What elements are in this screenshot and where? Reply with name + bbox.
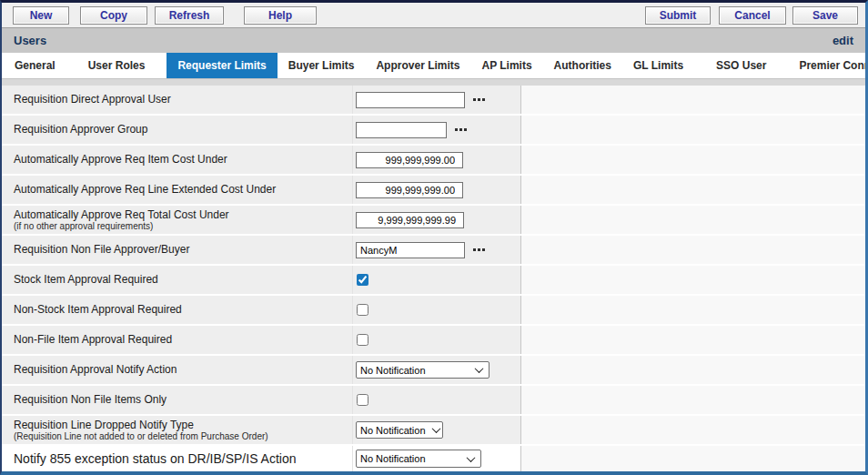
requisition-approver-group-input[interactable] — [356, 122, 447, 138]
selected-option: No Notification — [360, 425, 426, 436]
form-row: Requisition Approval Notify Action No No… — [2, 356, 865, 384]
row-spacer — [520, 266, 865, 294]
field-label: Non-Stock Item Approval Required — [14, 304, 182, 316]
stock-item-approval-required-checkbox[interactable] — [357, 274, 368, 286]
requisition-non-file-items-only-checkbox[interactable] — [357, 394, 368, 406]
row-spacer — [520, 356, 865, 384]
ellipsis-icon — [455, 128, 458, 131]
row-spacer — [520, 446, 865, 471]
form-row: Stock Item Approval Required — [2, 266, 865, 294]
field-label: Non-File Item Approval Required — [14, 334, 172, 346]
field-label: Notify 855 exception status on DR/IB/SP/… — [14, 453, 297, 465]
field-label: Automatically Approve Req Item Cost Unde… — [14, 154, 227, 166]
new-button[interactable]: New — [13, 6, 69, 25]
form-row: Automatically Approve Req Line Extended … — [2, 176, 865, 204]
row-spacer — [520, 296, 865, 324]
form-top-band — [2, 78, 865, 86]
submit-button[interactable]: Submit — [645, 6, 711, 25]
tab-authorities[interactable]: Authorities — [543, 53, 622, 78]
notify-855-exception-status-select[interactable]: No Notification — [356, 450, 481, 468]
row-spacer — [520, 326, 865, 354]
ellipsis-icon — [473, 98, 476, 101]
tab-general[interactable]: General — [4, 53, 66, 78]
page-header: Users edit — [2, 28, 865, 53]
requisition-approval-notify-action-select[interactable]: No Notification — [356, 361, 490, 379]
tab-gl-limits[interactable]: GL Limits — [622, 53, 694, 78]
tab-ap-limits[interactable]: AP Limits — [470, 53, 542, 78]
form-row: Non-File Item Approval Required — [2, 326, 865, 354]
row-spacer — [520, 116, 865, 144]
row-spacer — [520, 176, 865, 204]
field-label: Requisition Approver Group — [14, 124, 147, 136]
field-sublabel: (if no other approval requirements) — [14, 221, 153, 231]
lookup-button[interactable] — [471, 247, 487, 253]
field-label: Automatically Approve Req Total Cost Und… — [14, 209, 229, 221]
non-stock-item-approval-required-checkbox[interactable] — [357, 304, 368, 316]
field-label: Requisition Approval Notify Action — [14, 364, 177, 376]
tab-bar: General User Roles Requester Limits Buye… — [2, 53, 865, 78]
page-title: Users — [14, 34, 46, 47]
form-row: Requisition Direct Approval User — [2, 86, 865, 114]
form-row: Requisition Non File Approver/Buyer — [2, 236, 865, 264]
ellipsis-icon — [473, 248, 476, 251]
tab-sso-user[interactable]: SSO User — [705, 53, 777, 78]
form-row: Requisition Non File Items Only — [2, 386, 865, 414]
help-button[interactable]: Help — [244, 6, 317, 25]
field-label: Requisition Non File Approver/Buyer — [14, 244, 189, 256]
tab-requester-limits[interactable]: Requester Limits — [167, 53, 277, 78]
field-label: Requisition Direct Approval User — [14, 94, 171, 106]
tab-approver-limits[interactable]: Approver Limits — [365, 53, 470, 78]
row-spacer — [520, 416, 865, 444]
field-label: Stock Item Approval Required — [14, 274, 158, 286]
form-row: Non-Stock Item Approval Required — [2, 296, 865, 324]
row-spacer — [520, 146, 865, 174]
requisition-line-dropped-notify-type-select[interactable]: No Notification — [356, 421, 443, 439]
form-row: Automatically Approve Req Item Cost Unde… — [2, 146, 865, 174]
tab-user-roles[interactable]: User Roles — [77, 53, 156, 78]
refresh-button[interactable]: Refresh — [155, 6, 224, 25]
users-requester-limits-window: New Copy Refresh Help Submit Cancel Save… — [0, 0, 868, 475]
requester-limits-form: Requisition Direct Approval User Requisi… — [2, 86, 865, 471]
auto-approve-req-line-extended-cost-input[interactable] — [356, 182, 463, 198]
field-label: Automatically Approve Req Line Extended … — [14, 184, 276, 196]
field-label: Requisition Non File Items Only — [14, 394, 167, 406]
copy-button[interactable]: Copy — [80, 6, 147, 25]
auto-approve-req-total-cost-input[interactable] — [356, 212, 464, 228]
lookup-button[interactable] — [453, 126, 469, 133]
tab-premier-connect[interactable]: Premier Connect — [788, 53, 868, 78]
cancel-button[interactable]: Cancel — [719, 6, 786, 25]
row-spacer — [520, 236, 865, 264]
chevron-down-icon — [431, 424, 440, 433]
lookup-button[interactable] — [471, 96, 487, 103]
form-row: Requisition Line Dropped Notify Type (Re… — [2, 416, 865, 444]
form-row: Automatically Approve Req Total Cost Und… — [2, 206, 865, 234]
field-label: Requisition Line Dropped Notify Type — [14, 419, 194, 431]
requisition-non-file-approver-buyer-input[interactable] — [356, 242, 465, 258]
requisition-direct-approval-user-input[interactable] — [356, 92, 465, 108]
row-spacer — [520, 86, 865, 114]
row-spacer — [520, 386, 865, 414]
auto-approve-req-item-cost-input[interactable] — [356, 152, 463, 168]
chevron-down-icon — [467, 453, 476, 462]
field-sublabel: (Requisition Line not added to or delete… — [14, 431, 268, 441]
chevron-down-icon — [475, 364, 484, 373]
non-file-item-approval-required-checkbox[interactable] — [357, 334, 368, 346]
selected-option: No Notification — [360, 453, 426, 464]
toolbar: New Copy Refresh Help Submit Cancel Save — [2, 3, 865, 28]
row-spacer — [520, 206, 865, 234]
form-row: Requisition Approver Group — [2, 116, 865, 144]
tab-buyer-limits[interactable]: Buyer Limits — [278, 53, 366, 78]
save-button[interactable]: Save — [792, 6, 858, 25]
form-row: Notify 855 exception status on DR/IB/SP/… — [2, 446, 865, 471]
selected-option: No Notification — [360, 365, 426, 376]
edit-link[interactable]: edit — [833, 34, 853, 47]
